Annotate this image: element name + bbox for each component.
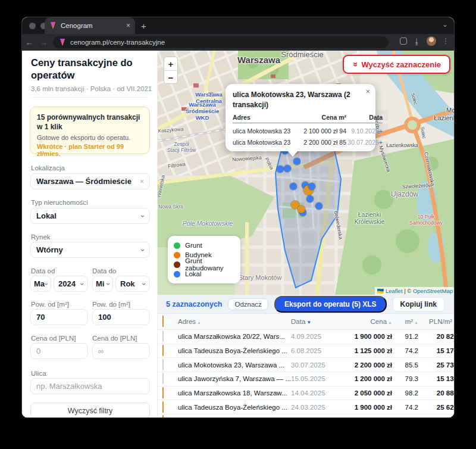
cell-pln-m2: 25 734 — [418, 361, 455, 369]
legend-dot-budynek — [174, 252, 180, 258]
tab-cenogram[interactable]: Cenogram × — [45, 17, 135, 34]
map-label: Zespół Stacji Filtrów — [167, 142, 196, 154]
table-row[interactable]: ulica Marszałkowska 18, Warszaw...14.04.… — [158, 386, 455, 401]
select-all-checkbox[interactable] — [162, 316, 164, 327]
row-checkbox[interactable] — [162, 387, 164, 398]
col-pln-m2[interactable]: PLN/m²▲ — [418, 318, 455, 325]
cell-data: 6.08.2025 — [291, 347, 336, 354]
sort-icon: ▲ — [453, 320, 455, 325]
legend-label: Grunt — [185, 242, 202, 249]
popup-data: 30.07.2025+ — [346, 135, 383, 146]
close-window-button[interactable] — [29, 23, 36, 29]
col-cena[interactable]: Cena▲ — [336, 318, 392, 325]
selected-count: 5 zaznaczonych — [166, 300, 222, 308]
data-do-month-select[interactable]: Mi› — [92, 276, 113, 292]
new-tab-button[interactable]: + — [141, 21, 146, 31]
cena-do-input[interactable]: ∞ — [92, 343, 150, 359]
sort-desc-icon: ▼ — [306, 320, 311, 325]
row-checkbox[interactable] — [162, 345, 164, 356]
typ-label: Typ nieruchomości — [31, 199, 88, 206]
row-checkbox-cell — [162, 345, 178, 356]
clear-filters-button[interactable]: Wyczyść filtry — [30, 403, 150, 418]
profile-avatar[interactable] — [427, 36, 436, 46]
cena-od-input[interactable]: 0 — [30, 343, 88, 359]
data-do-year-select[interactable]: Rok› — [115, 276, 150, 292]
flag-icon: 🇺🇦 — [377, 288, 384, 294]
extension-icon[interactable] — [400, 38, 407, 45]
popup-col-header: Data — [346, 114, 383, 123]
address-field[interactable]: cenogram.pl/ceny-transakcyjne — [53, 36, 389, 48]
rynek-select[interactable]: Wtórny › — [30, 242, 150, 258]
legend-dot-grunt-zabudowany — [174, 261, 180, 268]
row-checkbox[interactable] — [162, 401, 164, 413]
map-legend: GruntBudynekGrunt zabudowanyLokal — [168, 236, 240, 283]
col-m2[interactable]: m²▲ — [392, 318, 418, 325]
row-checkbox[interactable] — [162, 359, 164, 370]
cell-data: 20.01.2025 — [291, 417, 336, 418]
map[interactable]: WarszawaŚródmieścieWarszawa CentralnaWar… — [158, 51, 455, 295]
col-adres[interactable]: Adres▲ — [178, 318, 291, 325]
table-row[interactable]: ulica Tadeusza Boya-Żeleńskiego ...24.03… — [158, 400, 455, 414]
cell-m2: 91.2 — [392, 333, 418, 340]
rynek-value: Wtórny — [36, 245, 142, 254]
tab-list-chevron-icon[interactable]: ⌄ — [442, 20, 448, 29]
marker-lokal[interactable] — [308, 183, 315, 190]
marker-lokal[interactable] — [293, 158, 300, 165]
forward-icon[interactable]: → — [36, 38, 51, 47]
table-row[interactable]: ulica Marszałkowska 20/22, Wars...4.09.2… — [158, 330, 455, 344]
col-data[interactable]: Data▼ — [291, 318, 336, 325]
typ-select[interactable]: Lokal › — [30, 208, 150, 224]
cell-m2: 98.2 — [392, 389, 418, 397]
deselect-button[interactable]: Odznacz — [228, 298, 268, 310]
popup-plus-link[interactable]: + — [379, 127, 383, 135]
page-title: Ceny transakcyjne do operatów — [31, 57, 150, 82]
cell-cena: 1 900 000 zł — [336, 404, 392, 411]
export-button[interactable]: Eksport do operatu (5) XLS — [274, 296, 387, 313]
filters-sidebar: Ceny transakcyjne do operatów 3,6 mln tr… — [22, 51, 158, 418]
marker-budynek[interactable] — [298, 205, 305, 213]
copy-link-button[interactable]: Kopiuj link — [393, 297, 444, 311]
lokalizacja-input[interactable]: Warszawa — Śródmieście × — [30, 173, 150, 189]
clear-location-icon[interactable]: × — [140, 177, 144, 186]
row-checkbox[interactable] — [162, 415, 164, 418]
zoom-out-button[interactable]: − — [164, 71, 177, 84]
leaflet-link[interactable]: Leaflet — [386, 288, 403, 294]
clear-selection-button[interactable]: « Wyczyść zaznaczenie — [343, 55, 450, 74]
map-label: 10 Pułk Samochodowy — [409, 214, 443, 226]
table-row[interactable]: ulica Jaworzyńska 7, Warszawa — ...15.05… — [158, 372, 455, 386]
ulica-input[interactable]: np. Marszałkowska — [30, 378, 150, 394]
marker-lokal[interactable] — [290, 183, 297, 190]
popup-plus-link[interactable]: + — [379, 139, 383, 146]
pow-od-input[interactable]: 70 — [30, 309, 88, 325]
marker-lokal[interactable] — [306, 195, 314, 202]
ulica-label: Ulica — [31, 370, 46, 377]
pow-do-input[interactable]: 100 — [92, 309, 150, 325]
marker-lokal[interactable] — [277, 166, 284, 173]
divider — [30, 97, 149, 98]
cell-adres: ulica Marszałkowska 20/22, Wars... — [178, 333, 291, 340]
popup-close-icon[interactable]: × — [365, 87, 370, 96]
cell-m2: 85.5 — [392, 361, 418, 369]
marker-lokal[interactable] — [315, 202, 322, 210]
map-label: Warszawa — [237, 55, 280, 65]
row-checkbox[interactable] — [162, 373, 164, 384]
data-od-month-select[interactable]: Ma› — [30, 276, 51, 292]
row-checkbox[interactable] — [162, 330, 164, 342]
chevron-down-icon: › — [42, 283, 51, 285]
table-row[interactable]: ulica Mokotowska 23, Warszawa ...30.07.2… — [158, 358, 455, 372]
table-row[interactable]: ulica Tadeusza Boya-Żeleńskiego ...20.01… — [158, 414, 455, 418]
chevron-down-icon: › — [139, 249, 147, 251]
back-icon[interactable]: ← — [22, 38, 36, 47]
osm-link[interactable]: OpenStreetMap — [413, 288, 453, 294]
zoom-in-button[interactable]: + — [164, 57, 177, 71]
cell-pln-m2: 20 826 — [418, 333, 455, 340]
table-row[interactable]: ulica Tadeusza Boya-Żeleńskiego ...6.08.… — [158, 344, 455, 358]
data-od-year-select[interactable]: 2024› — [54, 276, 88, 292]
download-icon[interactable]: ⭳ — [413, 37, 421, 46]
marker-lokal[interactable] — [284, 165, 291, 172]
browser-menu-icon[interactable]: ⋮ — [442, 37, 449, 45]
selection-toolbar: 5 zaznaczonych Odznacz Eksport do operat… — [158, 295, 455, 314]
cell-data: 30.07.2025 — [291, 361, 336, 369]
cell-pln-m2: 22 954 — [418, 417, 455, 418]
tab-close-icon[interactable]: × — [126, 21, 130, 30]
